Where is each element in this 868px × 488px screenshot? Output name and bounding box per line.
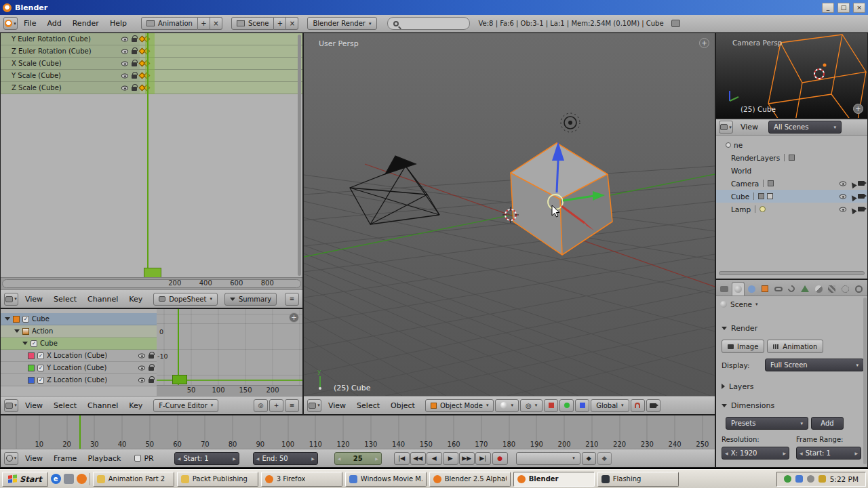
timeline-ruler[interactable]: 1020304050607080901001101201301401501601… <box>1 415 715 449</box>
orientation-select[interactable]: Global▾ <box>591 399 629 412</box>
collapse-icon[interactable] <box>5 317 10 321</box>
add-layout-button[interactable]: + <box>198 17 210 30</box>
taskbar-task[interactable]: Flashing <box>597 472 679 487</box>
lock-icon[interactable] <box>132 87 137 91</box>
channel-checkbox[interactable]: ✓ <box>37 365 44 371</box>
snap-icon[interactable]: + <box>269 399 283 412</box>
mode-select[interactable]: Object Mode▾ <box>425 399 494 412</box>
renderability-icon[interactable] <box>858 207 865 211</box>
renderability-icon[interactable] <box>858 194 865 199</box>
menu-item[interactable]: File <box>18 17 41 30</box>
menu-item[interactable]: View <box>20 293 48 306</box>
outliner-scope-select[interactable]: All Scenes▾ <box>768 121 842 134</box>
editor-type-button[interactable]: ▾ <box>4 452 18 465</box>
minimize-button[interactable]: _ <box>822 3 834 13</box>
outliner-row-camera[interactable]: Camera <box>716 177 867 190</box>
menu-item[interactable]: Channel <box>82 293 123 306</box>
transport-button[interactable]: ▶ <box>443 452 458 465</box>
menu-item[interactable]: View <box>323 399 351 412</box>
translate-manipulator-toggle[interactable] <box>544 399 558 412</box>
blender-menu-button[interactable]: ▾ <box>3 17 18 30</box>
keying-set-select[interactable]: ▾ <box>516 452 580 465</box>
lock-icon[interactable] <box>132 50 137 54</box>
display-select[interactable]: Full Screen▾ <box>765 359 864 371</box>
preview-range-toggle[interactable]: PR <box>134 454 153 463</box>
remove-layout-button[interactable]: × <box>210 17 222 30</box>
menu-item[interactable]: Select <box>351 399 385 412</box>
outliner-row-renderlayers[interactable]: RenderLayers <box>716 151 867 164</box>
scene-field[interactable]: Scene <box>231 17 275 30</box>
lock-icon[interactable] <box>132 62 137 66</box>
selectability-icon[interactable] <box>848 178 856 188</box>
transport-button[interactable]: ▶▶ <box>459 452 475 465</box>
channel-checkbox[interactable]: ✓ <box>22 316 29 323</box>
taskbar-task[interactable]: Packt Publishing <box>177 472 258 487</box>
render-opengl-icon[interactable] <box>646 399 660 412</box>
pivot-select[interactable]: ◎▾ <box>520 399 542 412</box>
update-tray-icon[interactable] <box>818 475 826 483</box>
render-image-button[interactable]: Image <box>722 340 764 353</box>
render-engine-select[interactable]: Blender Render▾ <box>307 17 376 30</box>
visibility-eye-icon[interactable] <box>138 365 145 370</box>
menu-item[interactable]: Render <box>67 17 104 30</box>
screen-layout-field[interactable]: Animation <box>141 17 198 30</box>
taskbar-task[interactable]: Animation Part 2 <box>93 472 174 487</box>
menu-item[interactable]: Add <box>41 17 66 30</box>
menu-item[interactable]: Frame <box>48 452 82 465</box>
outliner-row-scene[interactable]: ne <box>716 138 867 151</box>
viewport-canvas[interactable]: User Persp (25) Cube y <box>304 33 715 396</box>
insert-keyframe-icon[interactable]: ◆ <box>582 452 596 465</box>
selected-key-block[interactable] <box>172 375 187 384</box>
viewport-shading-select[interactable]: ▾ <box>495 399 519 412</box>
visibility-eye-icon[interactable] <box>840 181 846 186</box>
playhead[interactable] <box>147 33 149 277</box>
delete-keyframe-icon[interactable]: ◆ <box>597 452 612 465</box>
internet-explorer-icon[interactable]: e <box>51 474 61 484</box>
visibility-eye-icon[interactable] <box>138 353 145 358</box>
lock-icon[interactable] <box>132 38 137 42</box>
channel-keyframes[interactable] <box>140 82 302 94</box>
properties-tab-object[interactable] <box>758 282 771 296</box>
outliner-row-lamp[interactable]: Lamp <box>716 203 867 216</box>
render-animation-button[interactable]: Animation <box>767 340 823 353</box>
menu-item[interactable]: Object <box>385 399 420 412</box>
remove-scene-button[interactable]: × <box>286 17 298 30</box>
menu-item[interactable]: Select <box>48 293 82 306</box>
fcurve-object-row[interactable]: ✓ Cube <box>1 313 157 325</box>
antivirus-tray-icon[interactable] <box>784 475 791 483</box>
properties-tab-render[interactable] <box>718 282 731 296</box>
properties-tab-material[interactable] <box>812 282 825 296</box>
editor-type-button[interactable]: ▾ <box>719 121 733 134</box>
region-options-icon[interactable]: + <box>699 38 709 48</box>
channel-keyframes[interactable] <box>140 70 302 81</box>
scale-manipulator-toggle[interactable] <box>575 399 589 412</box>
copy-keyframes-icon[interactable]: ≡ <box>285 293 299 306</box>
menu-item[interactable]: View <box>20 452 48 465</box>
channel-checkbox[interactable]: ✓ <box>37 352 44 359</box>
dopesheet-frame-scrollbar[interactable]: 200400600800 <box>1 277 302 289</box>
resolution-x-field[interactable]: ◀X: 1920▶ <box>722 447 789 460</box>
editor-type-button[interactable]: ▾ <box>4 399 18 412</box>
fcurve-channel-row[interactable]: ✓ X Location (Cube) <box>1 350 157 362</box>
menu-item[interactable]: Key <box>123 399 148 412</box>
properties-tab-scene[interactable] <box>732 282 745 296</box>
summary-toggle[interactable]: Summary <box>224 293 277 306</box>
properties-tab-constraints[interactable] <box>772 282 785 296</box>
fcurve-action-row[interactable]: Action <box>1 325 157 338</box>
start-button[interactable]: Start <box>2 472 48 487</box>
current-frame-field[interactable]: ◀25▶ <box>334 452 382 465</box>
editor-type-button[interactable]: ▾ <box>307 399 321 412</box>
fcurve-graph[interactable]: 0 -10 + 50100150200 <box>157 309 302 396</box>
menu-item[interactable]: Key <box>123 293 148 306</box>
selectability-icon[interactable] <box>848 191 856 201</box>
visibility-eye-icon[interactable] <box>121 49 128 54</box>
visibility-eye-icon[interactable] <box>840 207 846 211</box>
properties-tab-physics[interactable] <box>852 282 865 296</box>
dimensions-panel-header[interactable]: Dimensions <box>716 399 780 411</box>
show-desktop-icon[interactable] <box>64 474 74 484</box>
selectability-icon[interactable] <box>848 204 856 214</box>
taskbar-task[interactable]: Windows Movie M... <box>345 472 427 487</box>
lock-icon[interactable] <box>149 379 154 383</box>
fcurve-group-row[interactable]: ✓ Cube <box>1 338 157 350</box>
visibility-eye-icon[interactable] <box>121 73 128 78</box>
